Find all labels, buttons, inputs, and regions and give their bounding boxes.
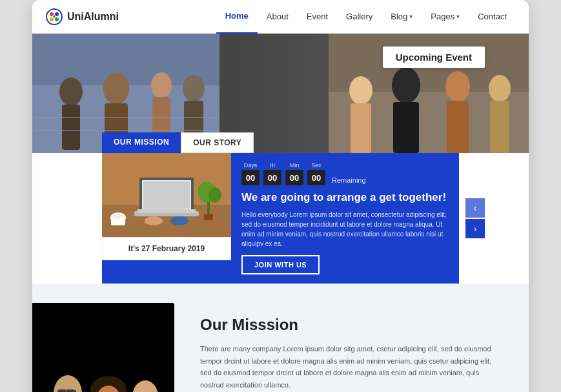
event-photo — [102, 153, 231, 237]
nav-gallery[interactable]: Gallery — [337, 0, 382, 34]
pages-chevron-icon: ▾ — [456, 13, 460, 20]
mission-section: Our Misssion There are many company Lore… — [32, 284, 529, 392]
event-content: Days 00 Hr 00 Min 00 Sec 00 Remaining We… — [231, 153, 459, 284]
svg-point-3 — [50, 17, 54, 21]
event-title: We are going to arrange a get together! — [241, 191, 449, 205]
event-image-column: It's 27 February 2019 — [102, 153, 231, 284]
tab-our-story[interactable]: OUR STORY — [181, 132, 254, 153]
hero-section: OUR MISSION OUR STORY Upcoming Event — [32, 34, 529, 153]
navbar: UniAlumni Home About Event Gallery Blog … — [32, 0, 529, 34]
svg-point-43 — [170, 216, 189, 225]
countdown-hours: Hr 00 — [263, 162, 281, 185]
countdown-days: Days 00 — [241, 162, 260, 185]
mission-para-1: There are many company Lorem ipsum dolor… — [200, 343, 503, 391]
svg-rect-41 — [204, 214, 213, 220]
svg-point-4 — [55, 17, 59, 21]
hero-tabs: OUR MISSION OUR STORY — [102, 132, 254, 153]
nav-links: Home About Event Gallery Blog ▾ Pages ▾ … — [129, 0, 516, 34]
svg-rect-34 — [138, 209, 196, 213]
svg-point-5 — [53, 15, 56, 18]
event-description: Hello everybody Lorem ipsum dolor sit am… — [241, 210, 449, 249]
countdown-row: Days 00 Hr 00 Min 00 Sec 00 Remaining — [241, 162, 449, 185]
blog-chevron-icon: ▾ — [409, 13, 413, 20]
countdown-minutes: Min 00 — [285, 162, 303, 185]
svg-point-10 — [103, 72, 129, 105]
upcoming-event-badge: Upcoming Event — [383, 46, 485, 68]
svg-point-37 — [111, 214, 125, 219]
svg-point-14 — [183, 75, 205, 102]
event-date: It's 27 February 2019 — [102, 237, 231, 260]
nav-contact[interactable]: Contact — [469, 0, 516, 34]
countdown-seconds: Sec 00 — [307, 162, 325, 185]
mission-title: Our Misssion — [200, 316, 503, 334]
tab-our-mission[interactable]: OUR MISSION — [102, 132, 181, 153]
logo: UniAlumni — [45, 8, 129, 26]
svg-rect-25 — [447, 101, 469, 153]
mission-image-column — [32, 303, 181, 392]
event-section: It's 27 February 2019 Days 00 Hr 00 Min … — [102, 153, 459, 284]
svg-point-12 — [151, 72, 172, 98]
svg-rect-9 — [62, 105, 80, 150]
svg-point-20 — [349, 76, 372, 105]
mission-photo — [32, 303, 174, 392]
svg-point-22 — [392, 67, 420, 103]
svg-point-26 — [489, 75, 511, 102]
carousel-arrows: ‹ › — [465, 198, 485, 238]
logo-icon — [45, 8, 63, 26]
nav-home[interactable]: Home — [216, 0, 258, 34]
mission-photo-svg — [32, 303, 174, 392]
svg-point-1 — [50, 12, 54, 16]
nav-about[interactable]: About — [258, 0, 298, 34]
svg-rect-23 — [393, 102, 419, 153]
browser-window: UniAlumni Home About Event Gallery Blog … — [32, 0, 529, 392]
remaining-text: Remaining — [332, 176, 366, 184]
svg-rect-33 — [143, 181, 190, 209]
nav-event[interactable]: Event — [298, 0, 337, 34]
brand-name: UniAlumni — [67, 11, 119, 23]
event-photo-svg — [102, 153, 231, 237]
svg-point-40 — [209, 187, 221, 203]
svg-point-24 — [445, 71, 470, 102]
nav-blog[interactable]: Blog ▾ — [382, 0, 422, 34]
svg-point-2 — [55, 12, 59, 16]
arrow-up[interactable]: ‹ — [465, 198, 485, 218]
svg-point-8 — [59, 77, 83, 106]
svg-rect-21 — [351, 103, 371, 153]
nav-pages[interactable]: Pages ▾ — [422, 0, 469, 34]
svg-point-42 — [145, 216, 163, 225]
arrow-down[interactable]: › — [465, 219, 485, 238]
mission-content: Our Misssion There are many company Lore… — [181, 303, 529, 392]
svg-rect-27 — [490, 101, 509, 153]
join-button[interactable]: JOIN WITH US — [241, 255, 320, 274]
